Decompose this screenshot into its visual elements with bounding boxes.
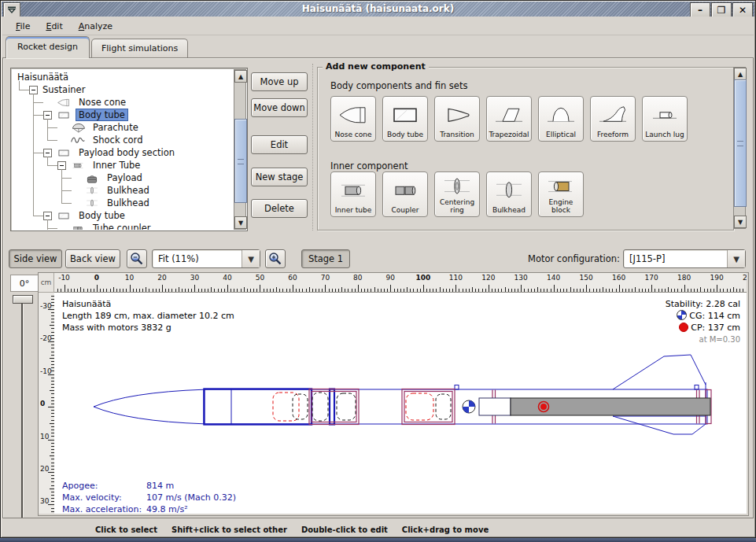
back-view-button[interactable]: Back view <box>65 249 120 268</box>
tree-item-nose-cone[interactable]: Nose cone <box>43 96 128 109</box>
tree-item-sustainer[interactable]: Sustainer <box>29 83 87 96</box>
ruler-tick <box>475 289 476 292</box>
tree-item-tube-coupler[interactable]: Tube coupler <box>57 222 153 230</box>
component-scrollbar-thumb[interactable] <box>734 79 747 207</box>
ruler-tick <box>126 289 127 292</box>
add-body-tube-button[interactable]: Body tube <box>382 96 428 142</box>
tree-scrollbar[interactable]: ▲ ▼ <box>234 69 246 230</box>
add-transition-button[interactable]: Transition <box>434 96 480 142</box>
add-nose-cone-button[interactable]: Nose cone <box>330 96 376 142</box>
tree-item-payload-body-section[interactable]: Payload body section <box>43 146 177 159</box>
add-bulkhead-button[interactable]: Bulkhead <box>486 171 532 217</box>
menu-analyze[interactable]: Analyze <box>72 19 120 34</box>
zoom-out-button[interactable] <box>127 249 147 268</box>
ruler-tick <box>68 289 68 292</box>
ruler-tick <box>436 289 437 292</box>
component-panel-scrollbar[interactable]: ▲ ▼ <box>733 67 746 229</box>
ruler-tick <box>485 289 486 292</box>
tree-expander-icon[interactable] <box>43 149 52 157</box>
component-tree[interactable]: HaisunäätäSustainerNose coneBody tubePar… <box>12 69 234 230</box>
tree-item-haisunäätä[interactable]: Haisunäätä <box>15 71 71 83</box>
tree-expander-icon[interactable] <box>43 111 52 120</box>
stability-value: Stability: 2.28 cal <box>666 298 740 310</box>
rotation-angle-field[interactable]: 0° <box>10 275 39 292</box>
side-view-button[interactable]: Side view <box>9 249 62 268</box>
chevron-down-icon: ▼ <box>727 250 745 267</box>
ruler-tick <box>218 289 219 292</box>
ruler-tick <box>364 289 365 292</box>
rotation-slider-track[interactable] <box>21 297 23 518</box>
ruler-tick <box>440 287 441 292</box>
tree-item-bulkhead[interactable]: Bulkhead <box>72 184 152 197</box>
menu-file[interactable]: File <box>9 19 37 34</box>
zoom-level-select[interactable]: Fit (11%) ▼ <box>152 249 260 268</box>
ruler-tick <box>250 289 251 292</box>
motor-configuration-select[interactable]: [J115-P] ▼ <box>623 249 746 268</box>
tree-item-label: Payload <box>105 172 145 183</box>
menu-edit[interactable]: Edit <box>39 19 69 34</box>
cg-marker <box>463 400 475 413</box>
launch-lug-1 <box>455 385 459 390</box>
titlebar[interactable]: Haisunäätä (haisunaata.ork) – ❐ ✕ <box>2 2 754 17</box>
move-down-button[interactable]: Move down <box>251 98 308 117</box>
add-launch-lug-button[interactable]: Launch lug <box>642 96 688 142</box>
add-freeform-button[interactable]: Freeform <box>590 96 636 142</box>
ruler-tick <box>341 287 342 292</box>
close-button[interactable]: ✕ <box>732 2 753 17</box>
edit-button[interactable]: Edit <box>251 135 308 154</box>
ruler-tick <box>717 285 717 292</box>
flight-value: 49.8 m/s² <box>146 503 188 514</box>
scroll-down-icon[interactable]: ▼ <box>234 216 247 229</box>
menubar: FileEditAnalyze <box>2 17 754 35</box>
panel-splitter[interactable] <box>312 64 313 230</box>
minimize-button[interactable]: – <box>690 2 710 17</box>
tree-item-bulkhead[interactable]: Bulkhead <box>72 197 152 209</box>
add-trapezoidal-button[interactable]: Trapezoidal <box>486 96 532 142</box>
ruler-tick <box>191 289 192 292</box>
stage-1-toggle[interactable]: Stage 1 <box>301 249 350 268</box>
tree-item-body-tube[interactable]: Body tube <box>43 109 127 121</box>
ruler-tick <box>371 289 371 292</box>
tree-item-parachute[interactable]: Parachute <box>57 121 141 134</box>
tree-expander-icon[interactable] <box>43 212 52 220</box>
add-elliptical-button[interactable]: Elliptical <box>538 96 584 142</box>
new-stage-button[interactable]: New stage <box>251 168 308 186</box>
tree-item-payload[interactable]: Payload <box>72 171 145 184</box>
tree-scrollbar-thumb[interactable] <box>234 119 247 203</box>
rocket-canvas[interactable]: Haisunäätä Length 189 cm, max. diameter … <box>54 293 747 514</box>
tree-connector <box>61 178 72 179</box>
ruler-tick <box>282 289 283 292</box>
ruler-tick <box>306 289 307 292</box>
component-button-label: Body tube <box>387 131 423 138</box>
add-centering-ring-button[interactable]: Centering ring <box>434 171 480 217</box>
ruler-tick <box>736 289 737 292</box>
launch-lug-2 <box>695 385 699 390</box>
tree-expander-icon[interactable] <box>57 161 66 170</box>
tree-item-body-tube[interactable]: Body tube <box>43 209 127 222</box>
tree-item-shock-cord[interactable]: Shock cord <box>57 134 145 146</box>
add-coupler-button[interactable]: Coupler <box>382 171 428 217</box>
tree-connector <box>47 140 57 141</box>
add-engine-block-button[interactable]: Engine block <box>538 171 584 217</box>
zoom-in-button[interactable] <box>265 249 286 268</box>
ruler-unit-label: cm <box>39 273 54 293</box>
tree-connector <box>19 90 29 90</box>
scroll-up-icon[interactable]: ▲ <box>734 68 747 80</box>
ruler-tick <box>551 289 551 292</box>
scroll-up-icon[interactable]: ▲ <box>234 70 247 83</box>
tab-rocket-design[interactable]: Rocket design <box>6 36 90 58</box>
ruler-tick <box>211 287 212 292</box>
ruler-tick <box>319 289 319 292</box>
move-up-button[interactable]: Move up <box>251 72 308 91</box>
delete-button[interactable]: Delete <box>251 199 308 218</box>
tree-expander-icon[interactable] <box>29 86 38 94</box>
maximize-button[interactable]: ❐ <box>711 2 732 17</box>
scroll-down-icon[interactable]: ▼ <box>734 216 747 228</box>
component-group-label: Inner component <box>330 160 408 171</box>
add-inner-tube-button[interactable]: Inner tube <box>330 171 376 217</box>
rotation-slider-handle[interactable] <box>13 295 33 304</box>
rocket-dimensions: Length 189 cm, max. diameter 10.2 cm <box>62 310 234 322</box>
tree-item-inner-tube[interactable]: Inner Tube <box>57 159 142 171</box>
ruler-tick <box>583 289 584 292</box>
tab-flight-simulations[interactable]: Flight simulations <box>91 39 188 58</box>
